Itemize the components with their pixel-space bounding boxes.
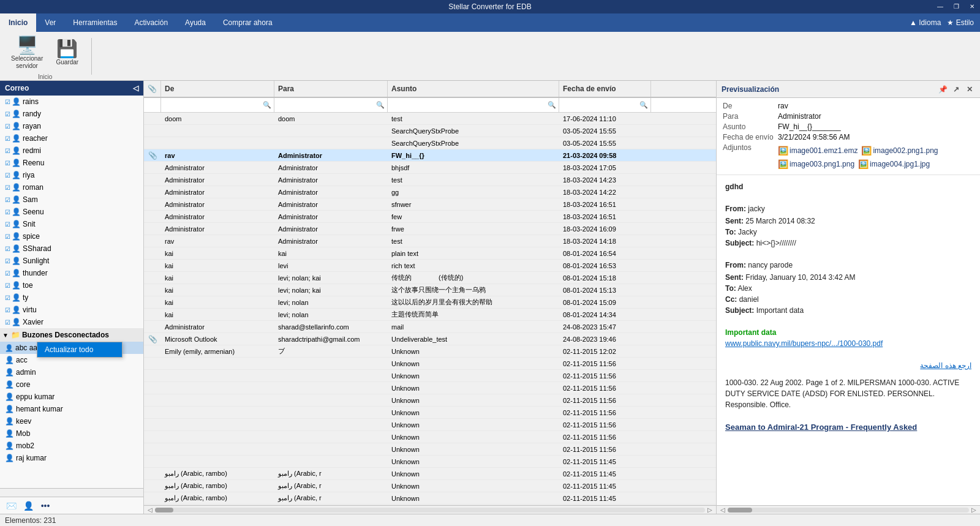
sidebar-item-ssharad[interactable]: ☑ 👤 SSharad [0,242,143,255]
table-row[interactable]: Administrator Administrator frwe 18-03-2… [144,223,716,235]
table-row[interactable]: kai levi rich text 08-01-2024 16:53 [144,260,716,272]
scrollbar-track[interactable] [155,508,705,513]
sidebar-item-raj_kumar[interactable]: 👤 raj kumar [0,452,143,464]
table-row[interactable]: Administrator Administrator gg 18-03-202… [144,186,716,198]
table-row[interactable]: رامبو (Arabic, rambo) رامبو (Arabic, r U… [144,480,716,492]
preview-pop-button[interactable]: ↗ [951,84,962,95]
body-link[interactable]: www.public.navy.mil/bupers-npc/.../1000-… [725,338,971,349]
table-row[interactable]: kai kai plain text 08-01-2024 16:54 [144,247,716,260]
sidebar-item-sam[interactable]: ☑ 👤 Sam [0,193,143,206]
estilo-button[interactable]: ★ Estilo [947,18,974,27]
people-nav-button[interactable]: 👤 [21,499,36,513]
table-row[interactable]: Administrator Administrator test 18-03-2… [144,174,716,186]
sidebar-item-seenu[interactable]: ☑ 👤 Seenu [0,206,143,218]
idioma-button[interactable]: ▲ Idioma [910,18,941,27]
sidebar-item-reacher[interactable]: ☑ 👤 reacher [0,132,143,145]
attachment-1[interactable]: 🖼️ image001.emz1.emz [778,146,858,156]
search-de-cell[interactable]: 🔍 [161,98,274,112]
table-row[interactable]: Administrator Administrator sfnwer 18-03… [144,198,716,211]
tab-ayuda[interactable]: Ayuda [176,13,214,32]
tab-inicio[interactable]: Inicio [0,13,36,32]
body-arabic-link[interactable]: ارجع هذه الصفحة [725,360,971,371]
search-para-cell[interactable]: 🔍 [274,98,388,112]
sidebar-item-randy[interactable]: ☑ 👤 randy [0,108,143,120]
sidebar-item-sunlight[interactable]: ☑ 👤 Sunlight [0,255,143,267]
sidebar-item-toe[interactable]: ☑ 👤 toe [0,279,143,291]
preview-close-button[interactable]: ✕ [964,84,975,95]
table-row[interactable]: Administrator Administrator bhjsdf 18-03… [144,162,716,174]
col-header-para[interactable]: Para [274,81,388,97]
sidebar-item-thunder[interactable]: ☑ 👤 thunder [0,267,143,279]
sidebar-item-hemant_kumar[interactable]: 👤 hemant kumar [0,403,143,415]
table-row[interactable]: kai levi; nolan; kai 传统的 (传统的) 08-01-202… [144,272,716,284]
sidebar-item-virtu[interactable]: ☑ 👤 virtu [0,304,143,316]
tab-activacion[interactable]: Activación [126,13,176,32]
search-asunto-input[interactable] [390,102,548,109]
scrollbar-thumb[interactable] [155,508,173,513]
sidebar-item-mob[interactable]: 👤 Mob [0,427,143,440]
tab-comprar[interactable]: Comprar ahora [214,13,281,32]
table-row[interactable]: Unknown 02-11-2015 11:56 [144,443,716,456]
search-asunto-cell[interactable]: 🔍 [388,98,559,112]
sidebar-collapse-icon[interactable]: ◁ [133,84,138,92]
mail-nav-button[interactable]: ✉️ [4,499,18,513]
sidebar-item-ty[interactable]: ☑ 👤 ty [0,291,143,304]
table-row[interactable]: Emily (emily, armenian) ブ Unknown 02-11-… [144,345,716,358]
table-row[interactable]: SearchQueryStxProbe 03-05-2024 15:55 [144,125,716,137]
preview-scroll-thumb[interactable] [728,508,752,513]
search-para-input[interactable] [277,102,376,109]
sidebar-item-spice[interactable]: ☑ 👤 spice [0,230,143,242]
actualizar-todo-menuitem[interactable]: Actualizar todo [37,342,122,357]
close-button[interactable]: ✕ [964,0,980,13]
scroll-right-icon[interactable]: ▷ [969,506,979,513]
table-row[interactable]: SearchQueryStxProbe 03-05-2024 15:55 [144,137,716,149]
search-fecha-cell[interactable]: 🔍 [559,98,651,112]
table-row[interactable]: Unknown 02-11-2015 11:56 [144,370,716,382]
search-de-input[interactable] [164,102,263,109]
sidebar-scrollbar-h[interactable] [0,488,143,497]
sidebar-item-snit[interactable]: ☑ 👤 Snit [0,218,143,230]
attachment-3[interactable]: 🖼️ image003.png1.png [778,159,854,169]
table-row[interactable]: 📎 rav Administrator FW_hi__{} 21-03-2024… [144,149,716,162]
table-row[interactable]: رامبو (Arabic, rambo) رامبو (Arabic, r U… [144,492,716,505]
table-row[interactable]: Unknown 02-11-2015 11:56 [144,419,716,431]
table-row[interactable]: kai levi; nolan 主題传统而简单 08-01-2024 14:34 [144,309,716,321]
table-row[interactable]: doom doom test 17-06-2024 11:10 [144,113,716,125]
col-header-attach[interactable]: 📎 [144,81,161,97]
minimize-button[interactable]: — [932,0,948,13]
attachment-2[interactable]: 🖼️ image002.png1.png [861,146,938,156]
table-row[interactable]: Administrator sharad@stellarinfo.com mai… [144,321,716,333]
col-header-fecha[interactable]: Fecha de envío [559,81,651,97]
email-list-scrollbar-h[interactable]: ◁ ▷ [144,505,716,514]
table-row[interactable]: Unknown 02-11-2015 11:56 [144,431,716,443]
search-fecha-input[interactable] [562,102,639,109]
tab-herramientas[interactable]: Herramientas [64,13,126,32]
preview-scrollbar-h[interactable]: ◁ ▷ [717,505,980,514]
scroll-left-icon[interactable]: ◁ [718,506,728,513]
sidebar-item-rains[interactable]: ☑ 👤 rains [0,96,143,108]
body-bottom-link[interactable]: Seaman to Admiral-21 Program - Frequentl… [725,421,971,434]
table-row[interactable]: رامبو (Arabic, rambo) رامبو (Arabic, r U… [144,468,716,480]
table-row[interactable]: rav Administrator test 18-03-2024 14:18 [144,235,716,247]
table-row[interactable]: Unknown 02-11-2015 11:56 [144,407,716,419]
table-row[interactable]: Unknown 02-11-2015 11:56 [144,382,716,394]
sidebar-item-eppu_kumar[interactable]: 👤 eppu kumar [0,391,143,403]
sidebar-item-admin[interactable]: 👤 admin [0,366,143,378]
more-nav-button[interactable]: ••• [38,499,53,513]
sidebar-item-rayan[interactable]: ☑ 👤 rayan [0,120,143,132]
table-row[interactable]: Unknown 02-11-2015 11:56 [144,394,716,407]
preview-pin-button[interactable]: 📌 [937,84,948,95]
sidebar-item-mob2[interactable]: 👤 mob2 [0,440,143,452]
table-row[interactable]: Unknown 02-11-2015 11:56 [144,358,716,370]
sidebar-item-keev[interactable]: 👤 keev [0,415,143,427]
sidebar-item-roman[interactable]: ☑ 👤 roman [0,181,143,193]
guardar-button[interactable]: 💾 Guardar [50,32,84,72]
sidebar-item-redmi[interactable]: ☑ 👤 redmi [0,145,143,157]
table-row[interactable]: Unknown 02-11-2015 11:45 [144,456,716,468]
sidebar-item-core[interactable]: 👤 core [0,378,143,391]
sidebar-item-riya[interactable]: ☑ 👤 riya [0,169,143,181]
table-row[interactable]: Administrator Administrator few 18-03-20… [144,211,716,223]
table-row[interactable]: 📎 Microsoft Outlook sharadctripathi@gmai… [144,333,716,345]
tab-ver[interactable]: Ver [36,13,64,32]
table-row[interactable]: kai levi; nolan 这以以后的岁月里会有很大的帮助 08-01-20… [144,296,716,309]
